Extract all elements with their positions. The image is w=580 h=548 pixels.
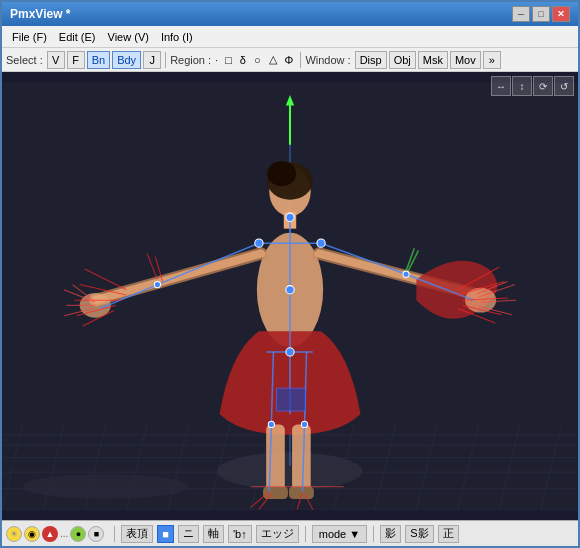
svg-point-27 xyxy=(267,161,296,186)
region-circle-button[interactable]: ○ xyxy=(251,53,264,67)
window-disp-button[interactable]: Disp xyxy=(355,51,387,69)
mode-axis-button[interactable]: 軸 xyxy=(203,525,224,543)
statusbar: ☀ ◉ ▲ ... ● ■ 表頂 ■ ニ 軸 'b↑ エッジ mode ▼ 影 … xyxy=(2,520,578,546)
svg-point-54 xyxy=(403,271,409,277)
region-delta-button[interactable]: δ xyxy=(237,53,249,67)
viewport[interactable]: ↔ ↕ ⟳ ↺ xyxy=(2,72,578,520)
menu-edit[interactable]: Edit (E) xyxy=(53,29,102,45)
menu-info[interactable]: Info (I) xyxy=(155,29,199,45)
mode-dropdown-button[interactable]: mode ▼ xyxy=(312,525,367,543)
status-sep-3 xyxy=(373,526,374,542)
pan-x-button[interactable]: ↔ xyxy=(491,76,511,96)
svg-rect-85 xyxy=(277,388,306,411)
title-controls: ─ □ ✕ xyxy=(512,6,570,22)
normal-button[interactable]: 正 xyxy=(438,525,459,543)
svg-point-53 xyxy=(154,281,160,287)
window-mov-button[interactable]: Mov xyxy=(450,51,481,69)
viewport-svg xyxy=(2,72,578,520)
shadow-button[interactable]: 影 xyxy=(380,525,401,543)
svg-point-56 xyxy=(286,348,294,356)
select-bn-button[interactable]: Bn xyxy=(87,51,110,69)
region-phi-button[interactable]: Φ xyxy=(282,53,297,67)
nav-tools: ↔ ↕ ⟳ ↺ xyxy=(491,76,574,96)
reset-view-button[interactable]: ↺ xyxy=(554,76,574,96)
window-title: PmxView * xyxy=(10,7,70,21)
select-j-button[interactable]: J xyxy=(143,51,161,69)
close-button[interactable]: ✕ xyxy=(552,6,570,22)
mode-ni-button[interactable]: ニ xyxy=(178,525,199,543)
main-window: PmxView * ─ □ ✕ File (F) Edit (E) View (… xyxy=(0,0,580,548)
separator-2 xyxy=(300,52,301,68)
svg-rect-37 xyxy=(263,487,288,499)
select-bdy-button[interactable]: Bdy xyxy=(112,51,141,69)
menu-view[interactable]: View (V) xyxy=(102,29,155,45)
pan-y-button[interactable]: ↕ xyxy=(512,76,532,96)
menu-file[interactable]: File (F) xyxy=(6,29,53,45)
rotate-button[interactable]: ⟳ xyxy=(533,76,553,96)
status-sep-1 xyxy=(114,526,115,542)
status-icon-sun: ☀ xyxy=(6,526,22,542)
select-f-button[interactable]: F xyxy=(67,51,85,69)
region-dot: · xyxy=(215,54,218,66)
mode-vertex-button[interactable]: 表頂 xyxy=(121,525,153,543)
minimize-button[interactable]: ─ xyxy=(512,6,530,22)
toolbar: Select : V F Bn Bdy J Region : · □ δ ○ △… xyxy=(2,48,578,72)
status-text-misc: ... xyxy=(60,528,68,539)
status-icon-green: ● xyxy=(70,526,86,542)
region-rect-button[interactable]: □ xyxy=(222,53,235,67)
more-button[interactable]: » xyxy=(483,51,501,69)
status-sep-2 xyxy=(305,526,306,542)
svg-point-55 xyxy=(286,286,294,294)
select-v-button[interactable]: V xyxy=(47,51,65,69)
status-icon-triangle: ▲ xyxy=(42,526,58,542)
window-label: Window : xyxy=(305,54,350,66)
svg-point-57 xyxy=(268,421,274,427)
select-label: Select : xyxy=(6,54,43,66)
window-obj-button[interactable]: Obj xyxy=(389,51,416,69)
window-msk-button[interactable]: Msk xyxy=(418,51,448,69)
svg-point-50 xyxy=(286,213,294,221)
status-icon-circle: ◉ xyxy=(24,526,40,542)
svg-rect-38 xyxy=(289,487,314,499)
s-shadow-button[interactable]: S影 xyxy=(405,525,433,543)
mode-edge-button[interactable]: エッジ xyxy=(256,525,299,543)
title-bar: PmxView * ─ □ ✕ xyxy=(2,2,578,26)
status-icon-white: ■ xyxy=(88,526,104,542)
region-label: Region : xyxy=(170,54,211,66)
mode-b-button[interactable]: 'b↑ xyxy=(228,525,252,543)
svg-point-22 xyxy=(23,474,189,499)
region-triangle-button[interactable]: △ xyxy=(266,52,280,67)
svg-point-52 xyxy=(317,239,325,247)
maximize-button[interactable]: □ xyxy=(532,6,550,22)
svg-point-51 xyxy=(255,239,263,247)
menubar: File (F) Edit (E) View (V) Info (I) xyxy=(2,26,578,48)
mode-square-button[interactable]: ■ xyxy=(157,525,174,543)
separator-1 xyxy=(165,52,166,68)
svg-point-58 xyxy=(301,421,307,427)
